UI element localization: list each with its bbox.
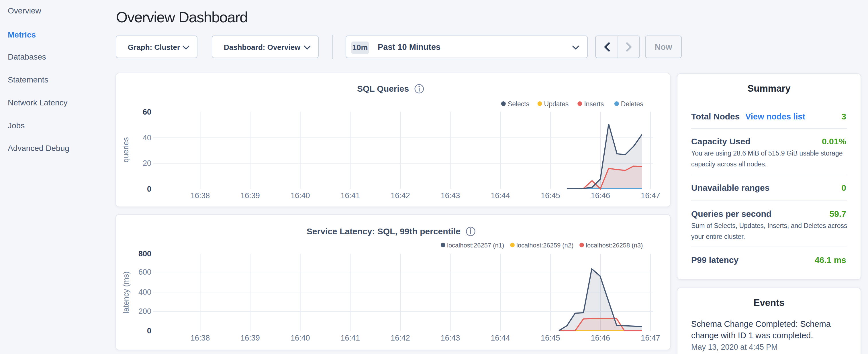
svg-text:16:47: 16:47: [641, 191, 660, 200]
svg-text:16:45: 16:45: [541, 191, 560, 200]
svg-text:40: 40: [143, 133, 151, 142]
svg-text:16:46: 16:46: [591, 191, 610, 200]
svg-text:queries: queries: [122, 137, 130, 163]
svg-text:Selects: Selects: [508, 100, 529, 108]
svg-text:16:41: 16:41: [341, 191, 360, 200]
svg-text:16:39: 16:39: [241, 191, 260, 200]
svg-text:16:40: 16:40: [290, 334, 310, 342]
svg-text:0: 0: [147, 185, 151, 193]
svg-text:Updates: Updates: [544, 100, 569, 108]
svg-text:0: 0: [147, 326, 151, 335]
svg-text:localhost:26257 (n1): localhost:26257 (n1): [447, 242, 504, 249]
svg-text:20: 20: [143, 159, 151, 167]
svg-text:400: 400: [138, 288, 151, 296]
svg-text:Deletes: Deletes: [621, 100, 643, 108]
svg-text:16:43: 16:43: [441, 191, 460, 200]
svg-text:Inserts: Inserts: [584, 100, 604, 108]
svg-text:16:44: 16:44: [491, 191, 510, 200]
svg-text:200: 200: [138, 307, 151, 316]
svg-text:16:42: 16:42: [391, 191, 410, 200]
svg-text:16:43: 16:43: [441, 334, 460, 342]
svg-text:800: 800: [138, 250, 151, 258]
svg-text:16:41: 16:41: [341, 334, 360, 342]
svg-text:60: 60: [143, 108, 151, 116]
svg-text:16:38: 16:38: [191, 191, 210, 200]
svg-text:16:44: 16:44: [491, 334, 510, 342]
svg-text:16:39: 16:39: [241, 334, 260, 342]
svg-text:16:38: 16:38: [191, 334, 210, 342]
svg-text:latency (ms): latency (ms): [122, 271, 130, 313]
svg-text:600: 600: [138, 268, 151, 277]
svg-text:localhost:26259 (n2): localhost:26259 (n2): [517, 242, 574, 249]
svg-text:16:46: 16:46: [591, 334, 610, 342]
svg-text:16:47: 16:47: [641, 334, 660, 342]
svg-text:SQL Queries: SQL Queries: [357, 84, 409, 93]
svg-text:localhost:26258 (n3): localhost:26258 (n3): [586, 242, 643, 249]
svg-text:16:42: 16:42: [391, 334, 410, 342]
svg-text:16:40: 16:40: [290, 191, 310, 200]
svg-text:16:45: 16:45: [541, 334, 560, 342]
svg-text:Service Latency: SQL, 99th per: Service Latency: SQL, 99th percentile: [307, 227, 461, 236]
